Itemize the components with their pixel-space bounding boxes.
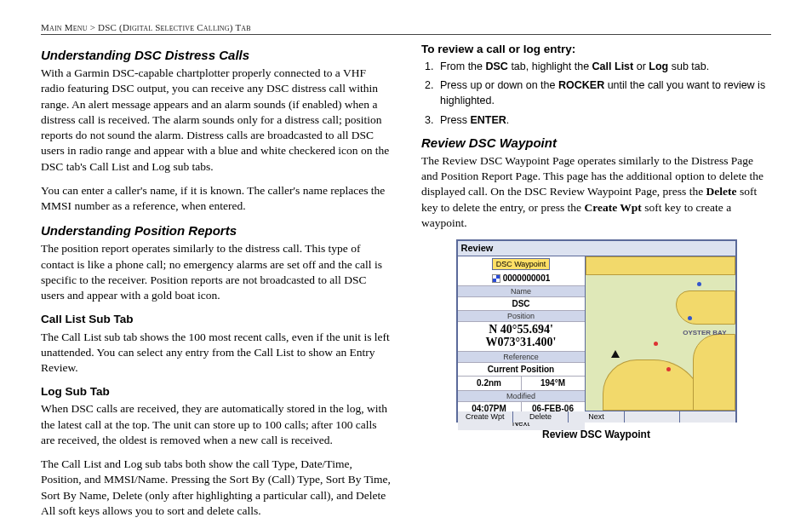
breadcrumb-pre: Main Menu > (41, 22, 98, 32)
fig-body: DSC Waypoint 0000000001 Name DSC Positio… (458, 256, 735, 411)
heading-log-subtab: Log Sub Tab (41, 384, 391, 400)
heading-distress-calls: Understanding DSC Distress Calls (41, 47, 391, 64)
fig-label-reference: Reference (458, 352, 585, 363)
fig-name-field[interactable]: DSC (458, 297, 585, 312)
fig-map[interactable]: OYSTER BAY (586, 256, 735, 411)
fig-left-panel: DSC Waypoint 0000000001 Name DSC Positio… (458, 256, 586, 411)
right-column: To review a call or log entry: From the … (421, 42, 771, 527)
breadcrumb-main: DSC (Digital Selective Calling) Tab (98, 22, 251, 32)
heading-review-dsc-waypoint: Review DSC Waypoint (421, 135, 771, 152)
fig-softkey-row: Create Wpt Delete Next (458, 411, 735, 423)
step-2: Press up or down on the ROCKER until the… (437, 78, 771, 108)
breadcrumb: Main Menu > DSC (Digital Selective Calli… (41, 22, 771, 35)
fig-label-modified: Modified (458, 391, 585, 402)
page: Main Menu > DSC (Digital Selective Calli… (0, 0, 812, 529)
para-distress-2: You can enter a caller's name, if it is … (41, 183, 391, 214)
map-point-icon (666, 367, 671, 371)
para-distress-1: With a Garmin DSC-capable chartplotter p… (41, 66, 391, 175)
columns: Understanding DSC Distress Calls With a … (41, 42, 771, 527)
para-log-1: When DSC calls are received, they are au… (41, 401, 391, 448)
heading-position-reports: Understanding Position Reports (41, 222, 391, 239)
para-position-reports: The position report operates similarly t… (41, 241, 391, 303)
para-call-list: The Call List sub tab shows the 100 most… (41, 330, 391, 377)
waypoint-icon (492, 274, 500, 283)
fig-title: Review (458, 241, 735, 256)
review-steps: From the DSC tab, highlight the Call Lis… (437, 59, 771, 128)
map-point-icon (654, 342, 658, 346)
fig-mmsi-field[interactable]: 0000000001 (458, 272, 585, 286)
figure-wrap: Review DSC Waypoint 0000000001 Name DSC … (421, 239, 771, 441)
fig-label-name: Name (458, 286, 585, 297)
fig-position-field[interactable]: N 40°55.694' W073°31.400' (458, 322, 585, 351)
fig-dist-brg-row: 0.2nm 194°M (458, 377, 585, 391)
heading-review-procedure: To review a call or log entry: (421, 42, 771, 57)
left-column: Understanding DSC Distress Calls With a … (41, 42, 391, 527)
para-log-2: The Call List and Log sub tabs both show… (41, 457, 391, 519)
softkey-create-wpt[interactable]: Create Wpt (458, 411, 513, 423)
heading-call-list-subtab: Call List Sub Tab (41, 312, 391, 327)
boat-icon (611, 350, 620, 358)
softkey-next[interactable]: Next (569, 411, 624, 423)
map-point-icon (697, 282, 701, 286)
softkey-empty-1[interactable] (625, 411, 680, 423)
fig-distance: 0.2nm (458, 377, 522, 390)
step-1: From the DSC tab, highlight the Call Lis… (437, 59, 771, 74)
figure-review-dsc-waypoint: Review DSC Waypoint 0000000001 Name DSC … (456, 239, 737, 423)
fig-bearing: 194°M (522, 377, 585, 390)
para-review-dsc-waypoint: The Review DSC Waypoint Page operates si… (421, 153, 771, 231)
softkey-delete[interactable]: Delete (513, 411, 569, 423)
map-label-oyster-bay: OYSTER BAY (683, 329, 726, 338)
map-point-icon (688, 316, 692, 320)
fig-label-position: Position (458, 311, 585, 322)
step-3: Press ENTER. (437, 112, 771, 128)
fig-reference-field[interactable]: Current Position (458, 363, 585, 377)
softkey-empty-2[interactable] (680, 411, 735, 423)
fig-tab-dsc-waypoint[interactable]: DSC Waypoint (492, 258, 551, 270)
